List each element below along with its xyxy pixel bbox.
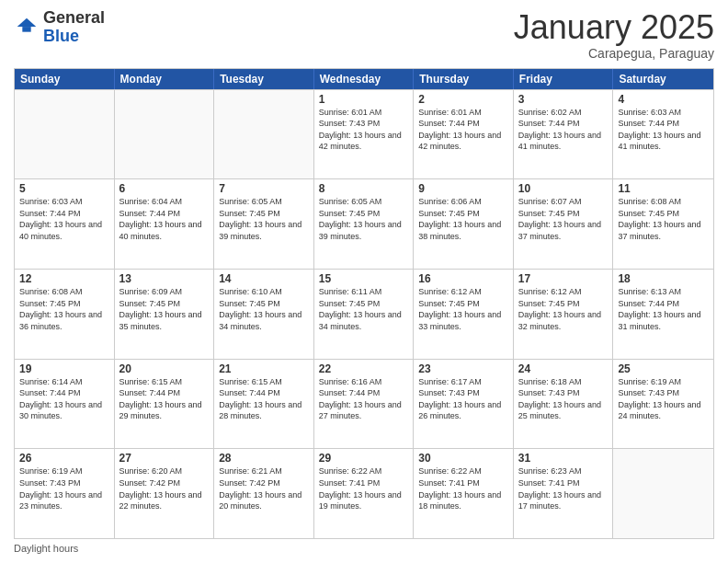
title-area: January 2025 Carapegua, Paraguay: [514, 9, 714, 61]
day-number: 20: [119, 362, 210, 375]
day-info: Sunrise: 6:12 AM Sunset: 7:45 PM Dayligh…: [518, 286, 609, 332]
day-info: Sunrise: 6:06 AM Sunset: 7:45 PM Dayligh…: [418, 196, 508, 242]
day-number: 31: [518, 452, 609, 465]
day-info: Sunrise: 6:15 AM Sunset: 7:44 PM Dayligh…: [119, 376, 210, 422]
day-number: 28: [219, 452, 309, 465]
day-info: Sunrise: 6:23 AM Sunset: 7:41 PM Dayligh…: [518, 465, 609, 511]
day-info: Sunrise: 6:22 AM Sunset: 7:41 PM Dayligh…: [319, 465, 409, 511]
day-cell-19: 19Sunrise: 6:14 AM Sunset: 7:44 PM Dayli…: [15, 360, 115, 449]
day-number: 2: [418, 93, 508, 106]
day-cell-24: 24Sunrise: 6:18 AM Sunset: 7:43 PM Dayli…: [514, 360, 614, 449]
day-number: 24: [518, 362, 609, 375]
day-info: Sunrise: 6:07 AM Sunset: 7:45 PM Dayligh…: [518, 196, 609, 242]
day-number: 23: [418, 362, 508, 375]
day-info: Sunrise: 6:10 AM Sunset: 7:45 PM Dayligh…: [219, 286, 309, 332]
day-number: 4: [618, 93, 709, 106]
day-cell-22: 22Sunrise: 6:16 AM Sunset: 7:44 PM Dayli…: [314, 360, 415, 449]
day-header-tuesday: Tuesday: [214, 69, 314, 89]
day-number: 22: [319, 362, 409, 375]
day-cell-9: 9Sunrise: 6:06 AM Sunset: 7:45 PM Daylig…: [414, 179, 514, 269]
day-info: Sunrise: 6:19 AM Sunset: 7:43 PM Dayligh…: [618, 376, 709, 422]
day-cell-16: 16Sunrise: 6:12 AM Sunset: 7:45 PM Dayli…: [414, 270, 514, 359]
day-cell-empty: [115, 90, 215, 179]
day-number: 18: [618, 272, 709, 285]
day-number: 3: [518, 93, 609, 106]
day-cell-empty: [613, 449, 713, 538]
logo-general: General: [43, 9, 105, 28]
day-number: 11: [618, 182, 709, 195]
day-number: 21: [219, 362, 309, 375]
day-info: Sunrise: 6:15 AM Sunset: 7:44 PM Dayligh…: [219, 376, 309, 422]
day-cell-7: 7Sunrise: 6:05 AM Sunset: 7:45 PM Daylig…: [214, 179, 314, 269]
day-info: Sunrise: 6:08 AM Sunset: 7:45 PM Dayligh…: [618, 196, 709, 242]
day-number: 26: [19, 452, 109, 465]
day-number: 12: [19, 272, 109, 285]
day-cell-30: 30Sunrise: 6:22 AM Sunset: 7:41 PM Dayli…: [414, 449, 514, 538]
calendar: SundayMondayTuesdayWednesdayThursdayFrid…: [14, 68, 714, 539]
day-number: 9: [418, 182, 508, 195]
day-number: 13: [119, 272, 210, 285]
day-info: Sunrise: 6:13 AM Sunset: 7:44 PM Dayligh…: [618, 286, 709, 332]
calendar-row-2: 5Sunrise: 6:03 AM Sunset: 7:44 PM Daylig…: [15, 178, 713, 269]
calendar-header: SundayMondayTuesdayWednesdayThursdayFrid…: [15, 69, 713, 89]
day-cell-13: 13Sunrise: 6:09 AM Sunset: 7:45 PM Dayli…: [115, 270, 215, 359]
day-info: Sunrise: 6:03 AM Sunset: 7:44 PM Dayligh…: [19, 196, 109, 242]
svg-rect-1: [22, 27, 30, 32]
day-cell-8: 8Sunrise: 6:05 AM Sunset: 7:45 PM Daylig…: [314, 179, 415, 269]
day-number: 30: [418, 452, 508, 465]
day-cell-empty: [214, 90, 314, 179]
day-info: Sunrise: 6:02 AM Sunset: 7:44 PM Dayligh…: [518, 107, 609, 153]
day-number: 16: [418, 272, 508, 285]
day-info: Sunrise: 6:05 AM Sunset: 7:45 PM Dayligh…: [319, 196, 409, 242]
month-title: January 2025: [514, 9, 714, 46]
day-number: 10: [518, 182, 609, 195]
day-info: Sunrise: 6:01 AM Sunset: 7:43 PM Dayligh…: [319, 107, 409, 153]
day-info: Sunrise: 6:03 AM Sunset: 7:44 PM Dayligh…: [618, 107, 709, 153]
calendar-body: 1Sunrise: 6:01 AM Sunset: 7:43 PM Daylig…: [15, 89, 713, 538]
day-info: Sunrise: 6:21 AM Sunset: 7:42 PM Dayligh…: [219, 465, 309, 511]
day-info: Sunrise: 6:12 AM Sunset: 7:45 PM Dayligh…: [418, 286, 508, 332]
day-header-sunday: Sunday: [15, 69, 115, 89]
logo: General Blue: [14, 9, 105, 46]
page: General Blue January 2025 Carapegua, Par…: [0, 0, 728, 563]
day-cell-21: 21Sunrise: 6:15 AM Sunset: 7:44 PM Dayli…: [214, 360, 314, 449]
calendar-row-3: 12Sunrise: 6:08 AM Sunset: 7:45 PM Dayli…: [15, 269, 713, 359]
day-number: 7: [219, 182, 309, 195]
day-info: Sunrise: 6:20 AM Sunset: 7:42 PM Dayligh…: [119, 465, 210, 511]
day-cell-23: 23Sunrise: 6:17 AM Sunset: 7:43 PM Dayli…: [414, 360, 514, 449]
day-cell-26: 26Sunrise: 6:19 AM Sunset: 7:43 PM Dayli…: [15, 449, 115, 538]
day-info: Sunrise: 6:08 AM Sunset: 7:45 PM Dayligh…: [19, 286, 109, 332]
day-cell-29: 29Sunrise: 6:22 AM Sunset: 7:41 PM Dayli…: [314, 449, 415, 538]
day-number: 25: [618, 362, 709, 375]
day-cell-4: 4Sunrise: 6:03 AM Sunset: 7:44 PM Daylig…: [613, 90, 713, 179]
day-cell-15: 15Sunrise: 6:11 AM Sunset: 7:45 PM Dayli…: [314, 270, 415, 359]
location: Carapegua, Paraguay: [514, 46, 714, 61]
footer-note: Daylight hours: [14, 543, 714, 554]
day-header-saturday: Saturday: [613, 69, 713, 89]
day-cell-28: 28Sunrise: 6:21 AM Sunset: 7:42 PM Dayli…: [214, 449, 314, 538]
day-info: Sunrise: 6:19 AM Sunset: 7:43 PM Dayligh…: [19, 465, 109, 511]
day-cell-27: 27Sunrise: 6:20 AM Sunset: 7:42 PM Dayli…: [115, 449, 215, 538]
day-info: Sunrise: 6:18 AM Sunset: 7:43 PM Dayligh…: [518, 376, 609, 422]
day-cell-18: 18Sunrise: 6:13 AM Sunset: 7:44 PM Dayli…: [613, 270, 713, 359]
day-number: 15: [319, 272, 409, 285]
day-cell-20: 20Sunrise: 6:15 AM Sunset: 7:44 PM Dayli…: [115, 360, 215, 449]
day-number: 27: [119, 452, 210, 465]
day-info: Sunrise: 6:14 AM Sunset: 7:44 PM Dayligh…: [19, 376, 109, 422]
day-number: 19: [19, 362, 109, 375]
svg-marker-0: [17, 18, 37, 27]
day-info: Sunrise: 6:16 AM Sunset: 7:44 PM Dayligh…: [319, 376, 409, 422]
day-header-friday: Friday: [514, 69, 614, 89]
day-number: 5: [19, 182, 109, 195]
day-info: Sunrise: 6:04 AM Sunset: 7:44 PM Dayligh…: [119, 196, 210, 242]
day-cell-11: 11Sunrise: 6:08 AM Sunset: 7:45 PM Dayli…: [613, 179, 713, 269]
day-header-wednesday: Wednesday: [314, 69, 415, 89]
day-info: Sunrise: 6:22 AM Sunset: 7:41 PM Dayligh…: [418, 465, 508, 511]
day-number: 8: [319, 182, 409, 195]
day-cell-2: 2Sunrise: 6:01 AM Sunset: 7:44 PM Daylig…: [414, 90, 514, 179]
day-number: 17: [518, 272, 609, 285]
calendar-row-1: 1Sunrise: 6:01 AM Sunset: 7:43 PM Daylig…: [15, 89, 713, 179]
header: General Blue January 2025 Carapegua, Par…: [14, 9, 714, 61]
day-info: Sunrise: 6:17 AM Sunset: 7:43 PM Dayligh…: [418, 376, 508, 422]
day-number: 14: [219, 272, 309, 285]
